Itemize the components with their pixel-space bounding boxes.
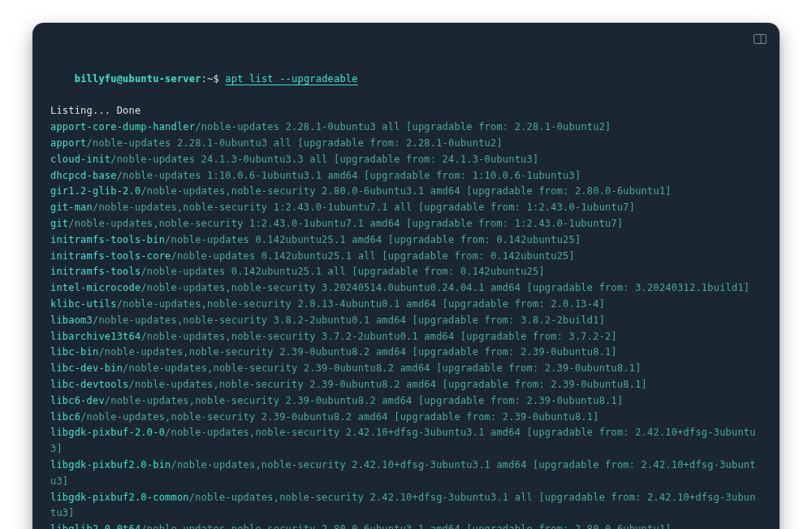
package-line: gir1.2-glib-2.0/noble-updates,noble-secu… bbox=[50, 184, 762, 200]
package-details: /noble-updates,noble-security 2.80.0-6ub… bbox=[140, 523, 671, 529]
svg-rect-0 bbox=[754, 35, 767, 44]
package-details: /noble-updates,noble-security 3.8.2-2ubu… bbox=[93, 314, 605, 326]
package-line: libgdk-pixbuf2.0-bin/noble-updates,noble… bbox=[50, 457, 762, 490]
package-name: libc-devtools bbox=[50, 379, 129, 390]
package-details: /noble-updates,noble-security 1:2.43.0-1… bbox=[93, 202, 635, 213]
package-details: /noble-updates 1:10.0.6-1ubuntu3.1 amd64… bbox=[117, 170, 581, 181]
package-name: libgdk-pixbuf2.0-bin bbox=[50, 459, 171, 470]
terminal-window[interactable]: billyfu@ubuntu-server:~$ apt list --upgr… bbox=[32, 23, 780, 529]
package-details: /noble-updates,noble-security 2.39-0ubun… bbox=[123, 362, 641, 374]
prompt-dollar: $ bbox=[213, 73, 218, 85]
package-details: /noble-updates 24.1.3-0ubuntu3.3 all [up… bbox=[110, 154, 538, 165]
status-line: Listing... Done bbox=[50, 103, 762, 119]
package-details: /noble-updates,noble-security 2.39-0ubun… bbox=[129, 379, 648, 390]
package-line: klibc-utils/noble-updates,noble-security… bbox=[50, 297, 762, 313]
package-line: initramfs-tools/noble-updates 0.142ubunt… bbox=[50, 264, 762, 280]
package-line: dhcpcd-base/noble-updates 1:10.0.6-1ubun… bbox=[50, 168, 762, 184]
entered-command: apt list --upgradeable bbox=[225, 73, 357, 85]
package-line: libglib2.0-0t64/noble-updates,noble-secu… bbox=[50, 522, 762, 529]
package-details: /noble-updates 0.142ubuntu25.1 amd64 [up… bbox=[165, 234, 581, 245]
panel-split-icon bbox=[754, 34, 767, 44]
prompt-line: billyfu@ubuntu-server:~$ apt list --upgr… bbox=[50, 55, 762, 103]
package-line: libc6/noble-updates,noble-security 2.39-… bbox=[50, 410, 762, 426]
package-details: /noble-updates 2.28.1-0ubuntu3 all [upgr… bbox=[195, 121, 611, 132]
package-line: libc-devtools/noble-updates,noble-securi… bbox=[50, 377, 762, 393]
package-line: libc-bin/noble-updates,noble-security 2.… bbox=[50, 345, 762, 361]
package-name: libc-bin bbox=[50, 346, 98, 358]
package-details: /noble-updates,noble-security 1:2.43.0-1… bbox=[68, 218, 623, 229]
prompt-user-host: billyfu@ubuntu-server bbox=[75, 73, 201, 85]
package-details: /noble-updates,noble-security 2.0.13-4ub… bbox=[117, 298, 605, 310]
package-line: apport/noble-updates 2.28.1-0ubuntu3 all… bbox=[50, 136, 762, 152]
package-line: libc6-dev/noble-updates,noble-security 2… bbox=[50, 393, 762, 410]
package-line: apport-core-dump-handler/noble-updates 2… bbox=[50, 119, 762, 136]
package-name: libarchive13t64 bbox=[50, 331, 140, 342]
package-line: libgdk-pixbuf-2.0-0/noble-updates,noble-… bbox=[50, 425, 762, 457]
package-line: libaom3/noble-updates,noble-security 3.8… bbox=[50, 313, 762, 329]
package-details: /noble-updates,noble-security 2.39-0ubun… bbox=[80, 411, 599, 423]
package-name: gir1.2-glib-2.0 bbox=[50, 185, 140, 197]
package-line: git/noble-updates,noble-security 1:2.43.… bbox=[50, 216, 762, 232]
package-line: libarchive13t64/noble-updates,noble-secu… bbox=[50, 329, 762, 345]
package-name: initramfs-tools-core bbox=[50, 250, 171, 262]
package-name: libc6-dev bbox=[50, 395, 105, 406]
package-line: intel-microcode/noble-updates,noble-secu… bbox=[50, 280, 762, 297]
package-details: /noble-updates 2.28.1-0ubuntu3 all [upgr… bbox=[87, 137, 503, 149]
package-name: initramfs-tools bbox=[50, 266, 140, 277]
package-name: libglib2.0-0t64 bbox=[50, 523, 140, 529]
package-name: libgdk-pixbuf2.0-common bbox=[50, 492, 189, 503]
package-name: apport-core-dump-handler bbox=[50, 121, 195, 132]
package-name: apport bbox=[50, 137, 87, 149]
package-details: /noble-updates,noble-security 2.80.0-6ub… bbox=[140, 185, 671, 197]
package-name: git-man bbox=[50, 202, 93, 213]
package-details: /noble-updates,noble-security 2.39-0ubun… bbox=[98, 346, 617, 358]
package-details: /noble-updates 0.142ubuntu25.1 all [upgr… bbox=[171, 250, 575, 262]
package-name: intel-microcode bbox=[50, 282, 140, 293]
package-list: apport-core-dump-handler/noble-updates 2… bbox=[50, 119, 762, 529]
package-line: initramfs-tools-bin/noble-updates 0.142u… bbox=[50, 232, 762, 249]
package-name: git bbox=[50, 218, 68, 229]
package-line: cloud-init/noble-updates 24.1.3-0ubuntu3… bbox=[50, 152, 762, 168]
package-line: initramfs-tools-core/noble-updates 0.142… bbox=[50, 249, 762, 265]
package-name: cloud-init bbox=[50, 154, 110, 165]
package-details: /noble-updates,noble-security 3.20240514… bbox=[140, 282, 749, 293]
package-details: /noble-updates,noble-security 2.39-0ubun… bbox=[105, 395, 624, 406]
package-name: libc-dev-bin bbox=[50, 362, 123, 374]
package-name: libgdk-pixbuf-2.0-0 bbox=[50, 427, 165, 438]
package-line: libgdk-pixbuf2.0-common/noble-updates,no… bbox=[50, 490, 762, 522]
package-details: /noble-updates,noble-security 3.7.2-2ubu… bbox=[140, 331, 617, 342]
package-line: git-man/noble-updates,noble-security 1:2… bbox=[50, 200, 762, 216]
package-line: libc-dev-bin/noble-updates,noble-securit… bbox=[50, 361, 762, 377]
package-details: /noble-updates 0.142ubuntu25.1 all [upgr… bbox=[140, 266, 544, 277]
prompt-separator: :~ bbox=[201, 73, 214, 85]
package-name: initramfs-tools-bin bbox=[50, 234, 165, 245]
package-name: dhcpcd-base bbox=[50, 170, 117, 181]
package-name: libc6 bbox=[50, 411, 80, 423]
package-name: libaom3 bbox=[50, 314, 93, 326]
package-name: klibc-utils bbox=[50, 298, 117, 310]
